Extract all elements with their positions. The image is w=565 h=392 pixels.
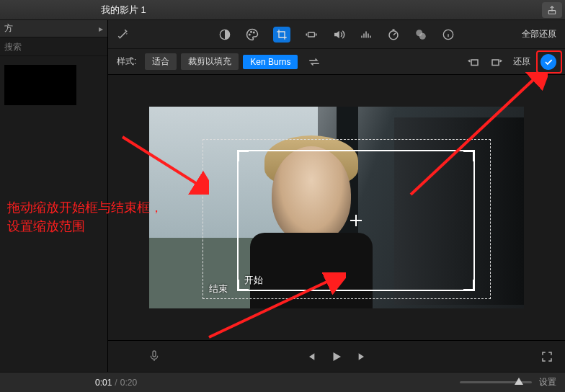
preview-canvas[interactable]: 结束 开始 — [108, 75, 565, 340]
style-cropfill-button[interactable]: 裁剪以填充 — [181, 53, 239, 70]
wand-icon — [117, 28, 130, 41]
zoom-slider[interactable] — [460, 381, 532, 383]
time-duration: 0:20 — [120, 378, 137, 388]
reset-all-button[interactable]: 全部还原 — [522, 28, 556, 40]
fullscreen-button[interactable] — [540, 350, 553, 363]
search-row — [0, 37, 107, 56]
next-icon — [357, 351, 368, 362]
timeline-bar: 0:01 / 0:20 设置 — [0, 372, 565, 392]
start-frame-label: 开始 — [244, 274, 263, 287]
svg-point-9 — [419, 32, 426, 39]
end-frame-label: 结束 — [209, 282, 228, 295]
sidebar: 方 ▸ — [0, 20, 108, 372]
swap-icon — [308, 57, 321, 67]
palette-icon — [246, 28, 259, 41]
playback-bar — [108, 340, 565, 372]
project-title: 我的影片 1 — [101, 4, 146, 17]
noise-reduction-button[interactable] — [360, 28, 373, 41]
share-button[interactable] — [542, 2, 562, 18]
svg-rect-13 — [153, 351, 156, 357]
equalizer-icon — [360, 28, 373, 41]
crosshair-icon — [350, 215, 362, 226]
rotate-cw-icon — [490, 56, 503, 68]
style-label: 样式: — [117, 55, 136, 68]
svg-point-5 — [254, 32, 255, 33]
apply-button[interactable] — [540, 54, 556, 70]
previous-button[interactable] — [304, 350, 317, 363]
preview-region: 结束 开始 — [108, 75, 565, 372]
volume-icon — [332, 28, 345, 41]
sidebar-tab-row: 方 ▸ — [0, 20, 107, 37]
zoom-thumb[interactable] — [515, 378, 523, 385]
crop-button[interactable] — [273, 27, 290, 43]
contrast-icon — [219, 29, 231, 40]
time-separator: / — [115, 378, 117, 388]
info-icon — [442, 29, 454, 40]
fullscreen-icon — [540, 350, 553, 363]
inspector-toolbar: 全部还原 — [108, 20, 565, 49]
restore-button[interactable]: 还原 — [513, 55, 530, 68]
overlay-button[interactable] — [414, 28, 427, 41]
previous-icon — [305, 351, 316, 362]
crop-icon — [276, 29, 288, 40]
style-kenburns-button[interactable]: Ken Burns — [243, 55, 298, 69]
content-area: 全部还原 样式: 适合 裁剪以填充 Ken Burns 还原 — [108, 20, 565, 372]
speed-button[interactable] — [387, 28, 400, 41]
info-button[interactable] — [442, 28, 455, 41]
search-input[interactable] — [4, 42, 112, 52]
rotate-cw-button[interactable] — [490, 55, 503, 68]
svg-rect-11 — [471, 60, 478, 66]
svg-rect-6 — [308, 32, 315, 37]
color-balance-button[interactable] — [218, 28, 231, 41]
svg-point-3 — [249, 34, 251, 35]
titlebar: 我的影片 1 — [0, 0, 565, 20]
svg-point-4 — [251, 31, 252, 32]
time-current: 0:01 — [95, 378, 112, 388]
stabilization-button[interactable] — [305, 28, 318, 41]
rotate-ccw-icon — [467, 56, 480, 68]
color-correction-button[interactable] — [246, 28, 259, 41]
play-icon — [330, 349, 343, 364]
share-icon — [547, 5, 557, 15]
style-fit-button[interactable]: 适合 — [145, 53, 177, 70]
mic-icon — [148, 349, 160, 364]
swap-frames-button[interactable] — [308, 55, 321, 68]
settings-button[interactable]: 设置 — [539, 376, 556, 388]
volume-button[interactable] — [332, 28, 345, 41]
chevron-right-icon[interactable]: ▸ — [99, 24, 103, 34]
sidebar-tab-label: 方 — [4, 22, 13, 35]
overlay-icon — [414, 28, 427, 41]
enhance-button[interactable] — [117, 28, 130, 41]
crop-style-bar: 样式: 适合 裁剪以填充 Ken Burns 还原 — [108, 49, 565, 75]
speed-icon — [387, 28, 400, 41]
rotate-ccw-button[interactable] — [467, 55, 480, 68]
clip-thumbnail[interactable] — [4, 65, 76, 105]
stabilize-icon — [305, 28, 318, 41]
svg-rect-12 — [492, 60, 499, 66]
ken-burns-start-frame[interactable]: 开始 — [237, 150, 475, 291]
next-button[interactable] — [356, 350, 369, 363]
video-frame: 结束 开始 — [149, 107, 524, 308]
check-icon — [543, 57, 553, 67]
play-button[interactable] — [330, 350, 343, 363]
voiceover-button[interactable] — [148, 350, 161, 363]
